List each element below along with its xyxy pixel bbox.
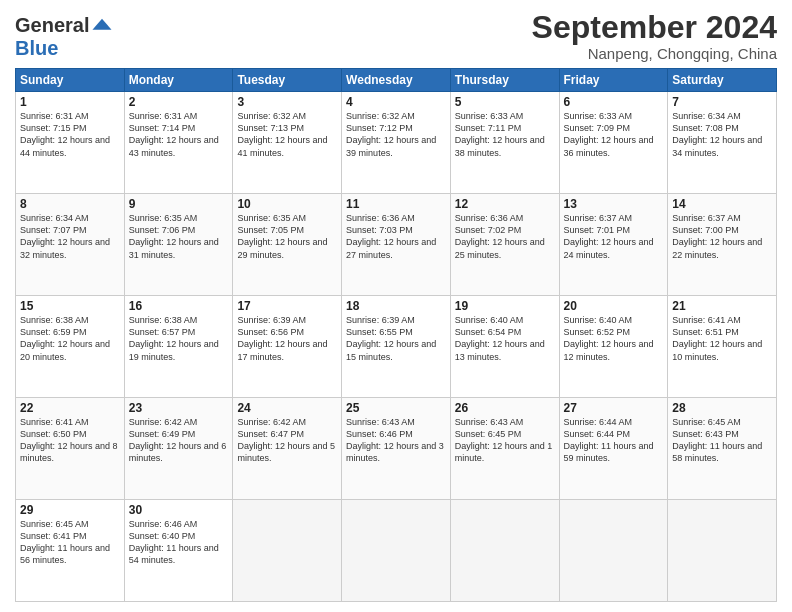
day-number: 17 (237, 299, 337, 313)
calendar-cell (559, 500, 668, 602)
day-number: 5 (455, 95, 555, 109)
calendar-cell: 24Sunrise: 6:42 AMSunset: 6:47 PMDayligh… (233, 398, 342, 500)
day-info: Sunrise: 6:37 AMSunset: 7:01 PMDaylight:… (564, 212, 664, 261)
day-info: Sunrise: 6:31 AMSunset: 7:14 PMDaylight:… (129, 110, 229, 159)
day-number: 8 (20, 197, 120, 211)
calendar-cell: 27Sunrise: 6:44 AMSunset: 6:44 PMDayligh… (559, 398, 668, 500)
calendar-cell: 25Sunrise: 6:43 AMSunset: 6:46 PMDayligh… (342, 398, 451, 500)
calendar-week-3: 15Sunrise: 6:38 AMSunset: 6:59 PMDayligh… (16, 296, 777, 398)
calendar-cell: 29Sunrise: 6:45 AMSunset: 6:41 PMDayligh… (16, 500, 125, 602)
day-info: Sunrise: 6:44 AMSunset: 6:44 PMDaylight:… (564, 416, 664, 465)
day-info: Sunrise: 6:45 AMSunset: 6:43 PMDaylight:… (672, 416, 772, 465)
calendar-cell: 15Sunrise: 6:38 AMSunset: 6:59 PMDayligh… (16, 296, 125, 398)
weekday-monday: Monday (124, 69, 233, 92)
day-info: Sunrise: 6:32 AMSunset: 7:13 PMDaylight:… (237, 110, 337, 159)
calendar-week-2: 8Sunrise: 6:34 AMSunset: 7:07 PMDaylight… (16, 194, 777, 296)
day-info: Sunrise: 6:33 AMSunset: 7:09 PMDaylight:… (564, 110, 664, 159)
day-number: 27 (564, 401, 664, 415)
day-number: 19 (455, 299, 555, 313)
calendar-cell: 1Sunrise: 6:31 AMSunset: 7:15 PMDaylight… (16, 92, 125, 194)
day-info: Sunrise: 6:45 AMSunset: 6:41 PMDaylight:… (20, 518, 120, 567)
calendar-cell: 16Sunrise: 6:38 AMSunset: 6:57 PMDayligh… (124, 296, 233, 398)
day-number: 24 (237, 401, 337, 415)
day-info: Sunrise: 6:39 AMSunset: 6:56 PMDaylight:… (237, 314, 337, 363)
day-info: Sunrise: 6:41 AMSunset: 6:50 PMDaylight:… (20, 416, 120, 465)
day-number: 20 (564, 299, 664, 313)
calendar-cell: 9Sunrise: 6:35 AMSunset: 7:06 PMDaylight… (124, 194, 233, 296)
weekday-sunday: Sunday (16, 69, 125, 92)
logo-text: General (15, 14, 113, 37)
calendar-cell: 18Sunrise: 6:39 AMSunset: 6:55 PMDayligh… (342, 296, 451, 398)
logo-general: General (15, 14, 89, 37)
weekday-header-row: SundayMondayTuesdayWednesdayThursdayFrid… (16, 69, 777, 92)
day-info: Sunrise: 6:40 AMSunset: 6:52 PMDaylight:… (564, 314, 664, 363)
calendar-cell: 28Sunrise: 6:45 AMSunset: 6:43 PMDayligh… (668, 398, 777, 500)
day-number: 23 (129, 401, 229, 415)
calendar-cell: 14Sunrise: 6:37 AMSunset: 7:00 PMDayligh… (668, 194, 777, 296)
day-number: 6 (564, 95, 664, 109)
day-info: Sunrise: 6:41 AMSunset: 6:51 PMDaylight:… (672, 314, 772, 363)
calendar-cell: 11Sunrise: 6:36 AMSunset: 7:03 PMDayligh… (342, 194, 451, 296)
day-info: Sunrise: 6:39 AMSunset: 6:55 PMDaylight:… (346, 314, 446, 363)
day-info: Sunrise: 6:35 AMSunset: 7:05 PMDaylight:… (237, 212, 337, 261)
day-number: 7 (672, 95, 772, 109)
calendar-cell: 10Sunrise: 6:35 AMSunset: 7:05 PMDayligh… (233, 194, 342, 296)
day-number: 11 (346, 197, 446, 211)
calendar-cell (233, 500, 342, 602)
calendar-cell: 17Sunrise: 6:39 AMSunset: 6:56 PMDayligh… (233, 296, 342, 398)
calendar-cell: 8Sunrise: 6:34 AMSunset: 7:07 PMDaylight… (16, 194, 125, 296)
day-number: 3 (237, 95, 337, 109)
day-info: Sunrise: 6:36 AMSunset: 7:02 PMDaylight:… (455, 212, 555, 261)
weekday-tuesday: Tuesday (233, 69, 342, 92)
day-number: 21 (672, 299, 772, 313)
weekday-saturday: Saturday (668, 69, 777, 92)
logo-icon (91, 15, 113, 37)
day-number: 22 (20, 401, 120, 415)
calendar-cell: 30Sunrise: 6:46 AMSunset: 6:40 PMDayligh… (124, 500, 233, 602)
day-number: 13 (564, 197, 664, 211)
calendar-cell: 21Sunrise: 6:41 AMSunset: 6:51 PMDayligh… (668, 296, 777, 398)
day-number: 30 (129, 503, 229, 517)
calendar-cell: 19Sunrise: 6:40 AMSunset: 6:54 PMDayligh… (450, 296, 559, 398)
day-number: 18 (346, 299, 446, 313)
day-info: Sunrise: 6:46 AMSunset: 6:40 PMDaylight:… (129, 518, 229, 567)
calendar-cell: 26Sunrise: 6:43 AMSunset: 6:45 PMDayligh… (450, 398, 559, 500)
day-info: Sunrise: 6:42 AMSunset: 6:49 PMDaylight:… (129, 416, 229, 465)
day-info: Sunrise: 6:35 AMSunset: 7:06 PMDaylight:… (129, 212, 229, 261)
day-number: 10 (237, 197, 337, 211)
logo-blue-text: Blue (15, 37, 58, 60)
calendar-cell: 22Sunrise: 6:41 AMSunset: 6:50 PMDayligh… (16, 398, 125, 500)
calendar-table: SundayMondayTuesdayWednesdayThursdayFrid… (15, 68, 777, 602)
day-info: Sunrise: 6:33 AMSunset: 7:11 PMDaylight:… (455, 110, 555, 159)
day-info: Sunrise: 6:38 AMSunset: 6:57 PMDaylight:… (129, 314, 229, 363)
calendar-week-4: 22Sunrise: 6:41 AMSunset: 6:50 PMDayligh… (16, 398, 777, 500)
day-number: 28 (672, 401, 772, 415)
day-info: Sunrise: 6:40 AMSunset: 6:54 PMDaylight:… (455, 314, 555, 363)
calendar-cell: 23Sunrise: 6:42 AMSunset: 6:49 PMDayligh… (124, 398, 233, 500)
calendar-cell: 3Sunrise: 6:32 AMSunset: 7:13 PMDaylight… (233, 92, 342, 194)
day-number: 14 (672, 197, 772, 211)
day-number: 15 (20, 299, 120, 313)
calendar-cell: 20Sunrise: 6:40 AMSunset: 6:52 PMDayligh… (559, 296, 668, 398)
logo: General Blue (15, 14, 113, 60)
day-number: 1 (20, 95, 120, 109)
calendar-cell: 7Sunrise: 6:34 AMSunset: 7:08 PMDaylight… (668, 92, 777, 194)
day-number: 29 (20, 503, 120, 517)
calendar-cell: 2Sunrise: 6:31 AMSunset: 7:14 PMDaylight… (124, 92, 233, 194)
calendar-cell (450, 500, 559, 602)
day-info: Sunrise: 6:32 AMSunset: 7:12 PMDaylight:… (346, 110, 446, 159)
header: General Blue September 2024 Nanpeng, Cho… (15, 10, 777, 62)
day-number: 4 (346, 95, 446, 109)
calendar-cell: 6Sunrise: 6:33 AMSunset: 7:09 PMDaylight… (559, 92, 668, 194)
weekday-thursday: Thursday (450, 69, 559, 92)
weekday-wednesday: Wednesday (342, 69, 451, 92)
calendar-cell: 13Sunrise: 6:37 AMSunset: 7:01 PMDayligh… (559, 194, 668, 296)
day-number: 26 (455, 401, 555, 415)
day-info: Sunrise: 6:37 AMSunset: 7:00 PMDaylight:… (672, 212, 772, 261)
calendar-week-5: 29Sunrise: 6:45 AMSunset: 6:41 PMDayligh… (16, 500, 777, 602)
calendar-cell: 5Sunrise: 6:33 AMSunset: 7:11 PMDaylight… (450, 92, 559, 194)
calendar-week-1: 1Sunrise: 6:31 AMSunset: 7:15 PMDaylight… (16, 92, 777, 194)
day-info: Sunrise: 6:36 AMSunset: 7:03 PMDaylight:… (346, 212, 446, 261)
calendar-cell: 4Sunrise: 6:32 AMSunset: 7:12 PMDaylight… (342, 92, 451, 194)
title-section: September 2024 Nanpeng, Chongqing, China (532, 10, 777, 62)
